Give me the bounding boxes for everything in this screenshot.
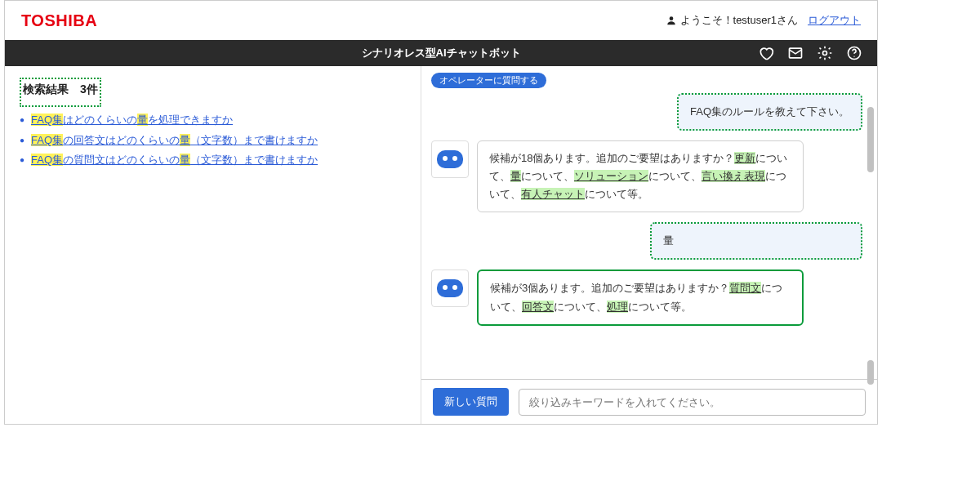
user-icon — [666, 15, 677, 26]
help-icon[interactable] — [846, 45, 862, 61]
keyword-chip[interactable]: 更新 — [734, 152, 755, 164]
chat-input-bar: 新しい質問 — [421, 379, 877, 424]
chat-message-user: FAQ集のルールを教えて下さい。 — [431, 93, 862, 131]
chat-scroll[interactable]: FAQ集のルールを教えて下さい。 候補が18個あります。追加のご要望はありますか… — [421, 88, 877, 379]
bot-bubble: 候補が18個あります。追加のご要望はありますか？更新について、量について、ソリュ… — [477, 140, 804, 212]
list-item: FAQ集の質問文はどのくらいの量（文字数）まで書けますか — [20, 150, 406, 171]
list-item: FAQ集の回答文はどのくらいの量（文字数）まで書けますか — [20, 131, 406, 151]
brand-logo: TOSHIBA — [21, 11, 97, 30]
keyword-chip[interactable]: 言い換え表現 — [702, 170, 765, 182]
search-panel: 検索結果 3件 FAQ集はどのくらいの量を処理できますか FAQ集の回答文はどの… — [5, 66, 421, 424]
gear-icon[interactable] — [817, 45, 833, 61]
chat-scrollbar[interactable] — [867, 99, 874, 393]
user-bubble: FAQ集のルールを教えて下さい。 — [677, 93, 862, 131]
top-header: TOSHIBA ようこそ！testuser1さん ログアウト — [5, 1, 877, 40]
heart-icon[interactable] — [758, 45, 774, 61]
bot-bubble: 候補が3個あります。追加のご要望はありますか？質問文について、回答文について、処… — [477, 270, 804, 325]
chat-panel: オペレーターに質問する FAQ集のルールを教えて下さい。 候補が18個あります。… — [421, 66, 877, 424]
user-bubble: 量 — [650, 222, 862, 260]
chat-message-user: 量 — [431, 222, 862, 260]
ask-operator-button[interactable]: オペレーターに質問する — [431, 73, 546, 88]
search-result-count: 3件 — [80, 82, 98, 96]
keyword-chip[interactable]: 量 — [510, 170, 521, 182]
search-result-heading: 検索結果 3件 — [20, 78, 101, 107]
keyword-chip[interactable]: ソリューション — [574, 170, 648, 182]
new-question-button[interactable]: 新しい質問 — [433, 388, 509, 416]
search-result-list: FAQ集はどのくらいの量を処理できますか FAQ集の回答文はどのくらいの量（文字… — [20, 110, 406, 171]
scrollbar-thumb[interactable] — [867, 107, 874, 172]
app-frame: TOSHIBA ようこそ！testuser1さん ログアウト シナリオレス型AI… — [4, 0, 878, 425]
mail-icon[interactable] — [787, 45, 804, 61]
result-link[interactable]: FAQ集の質問文はどのくらいの量（文字数）まで書けますか — [31, 150, 318, 171]
search-result-label: 検索結果 — [23, 82, 69, 96]
keyword-input[interactable] — [519, 389, 866, 416]
result-link[interactable]: FAQ集はどのくらいの量を処理できますか — [31, 110, 233, 131]
main-area: 検索結果 3件 FAQ集はどのくらいの量を処理できますか FAQ集の回答文はどの… — [5, 66, 877, 424]
app-title: シナリオレス型AIチャットボット — [362, 46, 521, 60]
svg-point-0 — [669, 16, 673, 20]
svg-point-4 — [853, 56, 854, 57]
keyword-chip[interactable]: 処理 — [607, 301, 628, 313]
welcome-text: ようこそ！testuser1さん — [680, 13, 798, 28]
keyword-chip[interactable]: 質問文 — [729, 282, 761, 294]
svg-point-2 — [823, 51, 827, 56]
logout-link[interactable]: ログアウト — [808, 13, 861, 28]
chat-message-bot: 候補が18個あります。追加のご要望はありますか？更新について、量について、ソリュ… — [431, 140, 862, 212]
chat-message-bot: 候補が3個あります。追加のご要望はありますか？質問文について、回答文について、処… — [431, 270, 862, 325]
bot-avatar-icon — [431, 270, 469, 307]
bot-avatar-icon — [431, 140, 469, 178]
keyword-chip[interactable]: 回答文 — [522, 301, 554, 313]
list-item: FAQ集はどのくらいの量を処理できますか — [20, 110, 406, 131]
result-link[interactable]: FAQ集の回答文はどのくらいの量（文字数）まで書けますか — [31, 131, 318, 151]
title-bar: シナリオレス型AIチャットボット — [5, 40, 877, 66]
scrollbar-thumb[interactable] — [867, 360, 874, 385]
keyword-chip[interactable]: 有人チャット — [521, 188, 585, 200]
